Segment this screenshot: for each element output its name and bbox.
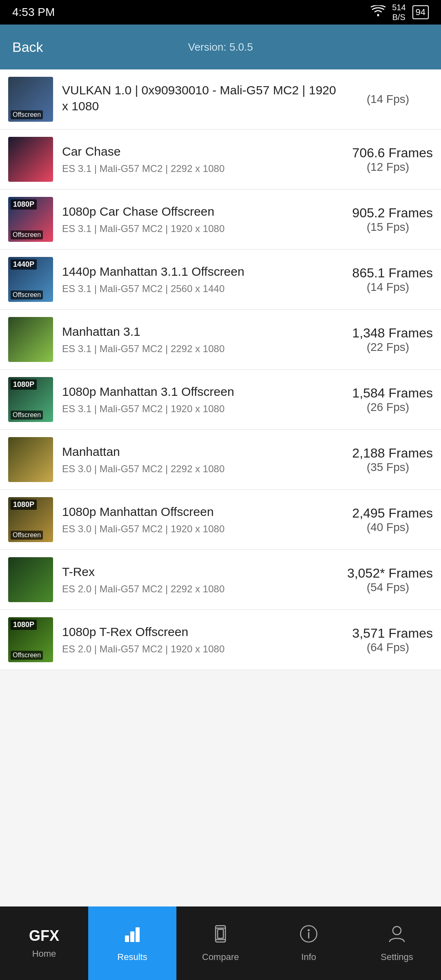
- result-name-manhattan-1080: 1080p Manhattan Offscreen: [62, 504, 339, 520]
- result-score-manhattan-1440: 865.1 Frames(14 Fps): [343, 266, 433, 294]
- score-fps-vulkan: (14 Fps): [343, 93, 433, 106]
- result-sub-manhattan31-1080: ES 3.1 | Mali-G57 MC2 | 1920 x 1080: [62, 402, 339, 416]
- thumb-trex-1080: 1080POffscreen: [8, 617, 53, 662]
- score-frames-manhattan-1440: 865.1 Frames: [343, 266, 433, 281]
- status-icons: 514 B/S 94: [371, 2, 429, 22]
- score-frames-manhattan31-1080: 1,584 Frames: [343, 386, 433, 401]
- result-name-manhattan31-1080: 1080p Manhattan 3.1 Offscreen: [62, 384, 339, 400]
- thumb-offscreen-manhattan-1080: Offscreen: [11, 531, 43, 540]
- thumb-badge-manhattan-1440: 1440P: [11, 259, 37, 270]
- result-info-manhattan31: Manhattan 3.1ES 3.1 | Mali-G57 MC2 | 229…: [62, 324, 343, 356]
- thumb-badge-trex-1080: 1080P: [11, 620, 37, 630]
- nav-results[interactable]: Results: [88, 906, 176, 980]
- thumb-manhattan31: [8, 317, 53, 362]
- result-item-carchase[interactable]: Car ChaseES 3.1 | Mali-G57 MC2 | 2292 x …: [0, 129, 441, 190]
- header: Back Version: 5.0.5: [0, 25, 441, 69]
- result-score-carchase-1080: 905.2 Frames(15 Fps): [343, 205, 433, 234]
- result-score-manhattan31: 1,348 Frames(22 Fps): [343, 326, 433, 354]
- nav-home[interactable]: GFX Home: [0, 906, 88, 980]
- result-score-manhattan: 2,188 Frames(35 Fps): [343, 446, 433, 474]
- thumb-badge-manhattan-1080: 1080P: [11, 500, 37, 510]
- result-sub-carchase-1080: ES 3.1 | Mali-G57 MC2 | 1920 x 1080: [62, 222, 339, 236]
- person-icon: [387, 924, 407, 948]
- thumb-badge-manhattan31-1080: 1080P: [11, 379, 37, 390]
- score-fps-manhattan: (35 Fps): [343, 461, 433, 474]
- result-item-manhattan-1080[interactable]: 1080POffscreen1080p Manhattan OffscreenE…: [0, 490, 441, 550]
- thumb-offscreen-manhattan31-1080: Offscreen: [11, 411, 43, 420]
- nav-compare[interactable]: Compare: [176, 906, 265, 980]
- result-info-manhattan31-1080: 1080p Manhattan 3.1 OffscreenES 3.1 | Ma…: [62, 384, 343, 416]
- thumb-offscreen-trex-1080: Offscreen: [11, 651, 43, 660]
- data-speed: 514 B/S: [392, 2, 405, 22]
- score-frames-manhattan31: 1,348 Frames: [343, 326, 433, 341]
- bottom-nav: GFX Home Results Compare: [0, 906, 441, 980]
- battery-indicator: 94: [412, 5, 429, 19]
- svg-rect-3: [136, 927, 140, 942]
- result-item-manhattan[interactable]: ManhattanES 3.0 | Mali-G57 MC2 | 2292 x …: [0, 430, 441, 490]
- result-item-manhattan31-1080[interactable]: 1080POffscreen1080p Manhattan 3.1 Offscr…: [0, 370, 441, 430]
- nav-compare-label: Compare: [202, 952, 239, 962]
- svg-rect-2: [130, 931, 134, 942]
- gfx-logo: GFX: [29, 927, 59, 944]
- result-info-vulkan: VULKAN 1.0 | 0x90930010 - Mali-G57 MC2 |…: [62, 82, 343, 116]
- result-item-manhattan-1440[interactable]: 1440POffscreen1440p Manhattan 3.1.1 Offs…: [0, 250, 441, 310]
- result-item-manhattan31[interactable]: Manhattan 3.1ES 3.1 | Mali-G57 MC2 | 229…: [0, 310, 441, 370]
- status-bar: 4:53 PM 514 B/S 94: [0, 0, 441, 25]
- nav-settings[interactable]: Settings: [353, 906, 441, 980]
- phone-icon: [211, 924, 230, 948]
- bar-chart-icon: [122, 924, 142, 948]
- result-sub-manhattan: ES 3.0 | Mali-G57 MC2 | 2292 x 1080: [62, 462, 339, 476]
- thumb-carchase: [8, 137, 53, 182]
- result-info-manhattan-1440: 1440p Manhattan 3.1.1 OffscreenES 3.1 | …: [62, 263, 343, 296]
- result-name-carchase: Car Chase: [62, 143, 339, 159]
- result-sub-carchase: ES 3.1 | Mali-G57 MC2 | 2292 x 1080: [62, 162, 339, 176]
- score-fps-trex: (54 Fps): [343, 581, 433, 594]
- score-frames-carchase: 706.6 Frames: [343, 145, 433, 161]
- result-score-trex: 3,052* Frames(54 Fps): [343, 566, 433, 594]
- back-button[interactable]: Back: [12, 39, 43, 55]
- result-item-carchase-1080[interactable]: 1080POffscreen1080p Car Chase OffscreenE…: [0, 190, 441, 250]
- thumb-vulkan: Offscreen: [8, 77, 53, 122]
- result-info-trex-1080: 1080p T-Rex OffscreenES 2.0 | Mali-G57 M…: [62, 624, 343, 656]
- result-sub-trex-1080: ES 2.0 | Mali-G57 MC2 | 1920 x 1080: [62, 642, 339, 656]
- nav-results-label: Results: [117, 952, 147, 962]
- result-item-vulkan[interactable]: OffscreenVULKAN 1.0 | 0x90930010 - Mali-…: [0, 69, 441, 129]
- thumb-manhattan: [8, 437, 53, 482]
- score-frames-trex-1080: 3,571 Frames: [343, 626, 433, 641]
- result-info-carchase-1080: 1080p Car Chase OffscreenES 3.1 | Mali-G…: [62, 203, 343, 236]
- result-item-trex-1080[interactable]: 1080POffscreen1080p T-Rex OffscreenES 2.…: [0, 610, 441, 670]
- result-name-manhattan: Manhattan: [62, 444, 339, 460]
- status-time: 4:53 PM: [12, 6, 55, 19]
- thumb-offscreen-carchase-1080: Offscreen: [11, 230, 43, 239]
- score-fps-carchase: (12 Fps): [343, 161, 433, 174]
- result-score-carchase: 706.6 Frames(12 Fps): [343, 145, 433, 174]
- thumb-manhattan-1080: 1080POffscreen: [8, 497, 53, 542]
- score-fps-manhattan-1440: (14 Fps): [343, 281, 433, 294]
- nav-info[interactable]: Info: [265, 906, 353, 980]
- result-score-vulkan: (14 Fps): [343, 93, 433, 106]
- score-frames-manhattan-1080: 2,495 Frames: [343, 506, 433, 521]
- result-sub-trex: ES 2.0 | Mali-G57 MC2 | 2292 x 1080: [62, 582, 339, 596]
- result-name-carchase-1080: 1080p Car Chase Offscreen: [62, 203, 339, 219]
- thumb-manhattan-1440: 1440POffscreen: [8, 257, 53, 302]
- score-fps-manhattan31-1080: (26 Fps): [343, 401, 433, 414]
- thumb-offscreen-vulkan: Offscreen: [11, 110, 43, 119]
- result-name-trex-1080: 1080p T-Rex Offscreen: [62, 624, 339, 640]
- score-frames-trex: 3,052* Frames: [343, 566, 433, 581]
- result-sub-manhattan-1440: ES 3.1 | Mali-G57 MC2 | 2560 x 1440: [62, 282, 339, 296]
- score-fps-trex-1080: (64 Fps): [343, 641, 433, 654]
- score-fps-carchase-1080: (15 Fps): [343, 221, 433, 234]
- thumb-badge-carchase-1080: 1080P: [11, 199, 37, 210]
- result-sub-manhattan-1080: ES 3.0 | Mali-G57 MC2 | 1920 x 1080: [62, 522, 339, 536]
- score-fps-manhattan31: (22 Fps): [343, 341, 433, 354]
- svg-rect-1: [125, 935, 129, 942]
- nav-settings-label: Settings: [381, 952, 413, 962]
- result-item-trex[interactable]: T-RexES 2.0 | Mali-G57 MC2 | 2292 x 1080…: [0, 550, 441, 610]
- result-score-manhattan31-1080: 1,584 Frames(26 Fps): [343, 386, 433, 414]
- thumb-manhattan31-1080: 1080POffscreen: [8, 377, 53, 422]
- svg-point-10: [308, 929, 310, 931]
- result-info-manhattan: ManhattanES 3.0 | Mali-G57 MC2 | 2292 x …: [62, 444, 343, 476]
- thumb-trex: [8, 557, 53, 602]
- result-info-manhattan-1080: 1080p Manhattan OffscreenES 3.0 | Mali-G…: [62, 504, 343, 536]
- results-list: OffscreenVULKAN 1.0 | 0x90930010 - Mali-…: [0, 69, 441, 670]
